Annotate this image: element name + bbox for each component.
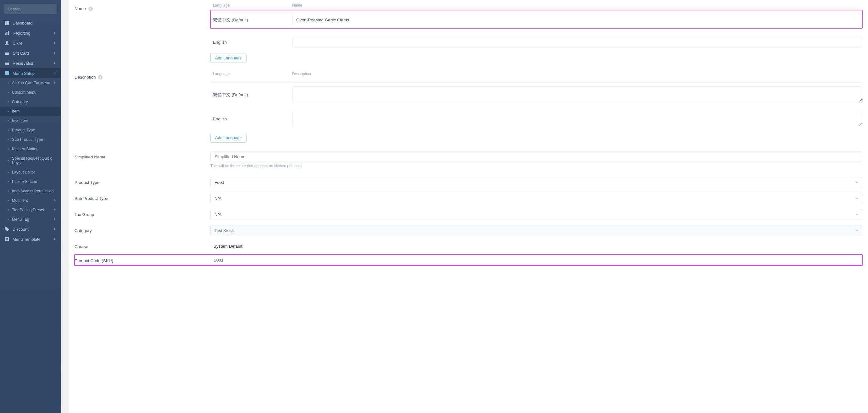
- table-header-name: Name: [292, 3, 862, 7]
- user-icon: [4, 40, 9, 45]
- desc-input-default[interactable]: [292, 87, 862, 102]
- simplified-name-input[interactable]: [210, 152, 862, 162]
- chevron-down-icon: [855, 196, 858, 201]
- sidebar-sub-inventory[interactable]: Inventory: [0, 116, 61, 125]
- sidebar-sub-kitchenstation[interactable]: Kitchen Station: [0, 144, 61, 154]
- category-label: Category: [74, 225, 210, 233]
- tax-group-select[interactable]: N/A: [210, 209, 862, 220]
- chevron-right-icon: [54, 198, 57, 203]
- chevron-right-icon: [54, 227, 57, 232]
- svg-rect-3: [7, 23, 9, 25]
- chevron-right-icon: [54, 237, 57, 242]
- name-row-default: 繁體中文 (Default): [210, 10, 862, 28]
- sidebar-item-label: Pickup Station: [12, 180, 37, 184]
- card-icon: [4, 51, 9, 56]
- name-row-english: English: [210, 32, 862, 47]
- tax-group-label: Tax Group: [74, 209, 210, 217]
- chevron-down-icon: [855, 228, 858, 233]
- svg-rect-0: [5, 21, 7, 23]
- sidebar-item-label: Modifiers: [12, 198, 28, 203]
- language-cell: English: [210, 40, 292, 44]
- sidebar-sub-custommenu[interactable]: Custom Menu: [0, 88, 61, 97]
- add-language-button[interactable]: Add Language: [210, 53, 247, 63]
- svg-rect-15: [6, 239, 8, 240]
- name-input-english[interactable]: [292, 37, 862, 47]
- sidebar-item-label: Special Request Quick Keys: [12, 156, 57, 165]
- template-icon: [4, 237, 9, 242]
- helper-text: This will be the name that appears on ki…: [210, 164, 862, 168]
- sidebar-sub-subproducttype[interactable]: Sub Product Type: [0, 135, 61, 144]
- chevron-right-icon: [54, 208, 57, 212]
- sidebar-item-label: Product Type: [12, 128, 35, 132]
- svg-rect-1: [7, 21, 9, 23]
- sidebar-item-giftcard[interactable]: Gift Card: [0, 48, 61, 58]
- sidebar-item-label: Item Access Permission: [12, 189, 54, 193]
- sidebar-sub-layouteditor[interactable]: Layout Editor: [0, 167, 61, 177]
- svg-rect-4: [5, 33, 6, 35]
- sku-value[interactable]: S001: [210, 256, 862, 264]
- chevron-right-icon: [54, 81, 57, 85]
- sidebar-item-label: Discount: [12, 227, 29, 232]
- sidebar-sub-aycemenu[interactable]: All You Can Eat Menu: [0, 78, 61, 88]
- menu-icon: [4, 71, 9, 76]
- svg-rect-8: [5, 52, 9, 55]
- sub-product-type-select[interactable]: N/A: [210, 193, 862, 204]
- sidebar-sub-tierpricing[interactable]: Tier Pricing Preset: [0, 205, 61, 215]
- course-select[interactable]: System Default: [210, 241, 862, 251]
- sidebar-item-label: Item: [12, 109, 20, 114]
- product-type-label: Product Type: [74, 177, 210, 185]
- sidebar-item-menusetup[interactable]: Menu Setup: [0, 68, 61, 78]
- desc-row-english: English: [210, 107, 862, 127]
- sidebar-item-label: Reservation: [12, 61, 34, 66]
- language-cell: 繁體中文 (Default): [210, 92, 292, 98]
- language-cell: 繁體中文 (Default): [210, 17, 292, 23]
- sidebar-item-label: Custom Menu: [12, 90, 36, 95]
- sidebar-sub-itemaccess[interactable]: Item Access Permission: [0, 186, 61, 196]
- table-header-language: Language: [210, 72, 292, 76]
- svg-rect-6: [8, 31, 9, 35]
- chevron-right-icon: [54, 217, 57, 222]
- chevron-right-icon: [54, 61, 57, 66]
- sidebar-sub-menutag[interactable]: Menu Tag: [0, 215, 61, 224]
- course-label: Course: [74, 241, 210, 249]
- sidebar-item-label: CRM: [12, 41, 22, 45]
- sidebar-item-label: Category: [12, 100, 28, 104]
- sku-label: Product Code (SKU): [74, 257, 210, 263]
- category-select[interactable]: Test Kiosk: [210, 225, 862, 236]
- sidebar-item-crm[interactable]: CRM: [0, 38, 61, 48]
- simplified-name-label: Simplified Name: [74, 152, 210, 159]
- sidebar-sub-item[interactable]: Item: [0, 106, 61, 116]
- desc-input-english[interactable]: [292, 110, 862, 126]
- sidebar-sub-quickkeys[interactable]: Special Request Quick Keys: [0, 154, 61, 167]
- name-input-default[interactable]: [292, 15, 861, 25]
- sub-product-type-label: Sub Product Type: [74, 193, 210, 201]
- svg-rect-14: [6, 238, 8, 239]
- sidebar-item-reporting[interactable]: Reporting: [0, 28, 61, 38]
- product-type-select[interactable]: Food: [210, 177, 862, 188]
- name-label: Name i: [74, 3, 210, 11]
- dashboard-icon: [4, 21, 9, 26]
- sidebar-item-label: Inventory: [12, 119, 28, 123]
- chevron-down-icon: [855, 212, 858, 217]
- sidebar-item-discount[interactable]: Discount: [0, 224, 61, 234]
- search-input[interactable]: [4, 4, 57, 14]
- sidebar-item-label: Reporting: [12, 31, 30, 35]
- sidebar-item-label: Gift Card: [12, 51, 29, 56]
- svg-point-7: [6, 41, 8, 43]
- language-cell: English: [210, 117, 292, 121]
- sidebar-sub-modifiers[interactable]: Modifiers: [0, 196, 61, 205]
- sidebar-item-menutemplate[interactable]: Menu Template: [0, 234, 61, 244]
- sidebar-sub-pickupstation[interactable]: Pickup Station: [0, 177, 61, 186]
- sidebar-item-label: Dashboard: [12, 21, 33, 26]
- chevron-down-icon: [54, 71, 57, 76]
- sidebar-item-label: Sub Product Type: [12, 137, 43, 142]
- sidebar-item-label: Menu Setup: [12, 71, 35, 76]
- chevron-right-icon: [54, 31, 57, 35]
- sidebar-sub-producttype[interactable]: Product Type: [0, 125, 61, 135]
- sidebar-item-dashboard[interactable]: Dashboard: [0, 18, 61, 28]
- chevron-right-icon: [54, 41, 57, 45]
- svg-rect-12: [5, 71, 9, 75]
- sidebar-sub-category[interactable]: Category: [0, 97, 61, 106]
- add-language-button[interactable]: Add Language: [210, 133, 247, 143]
- sidebar-item-reservation[interactable]: Reservation: [0, 58, 61, 68]
